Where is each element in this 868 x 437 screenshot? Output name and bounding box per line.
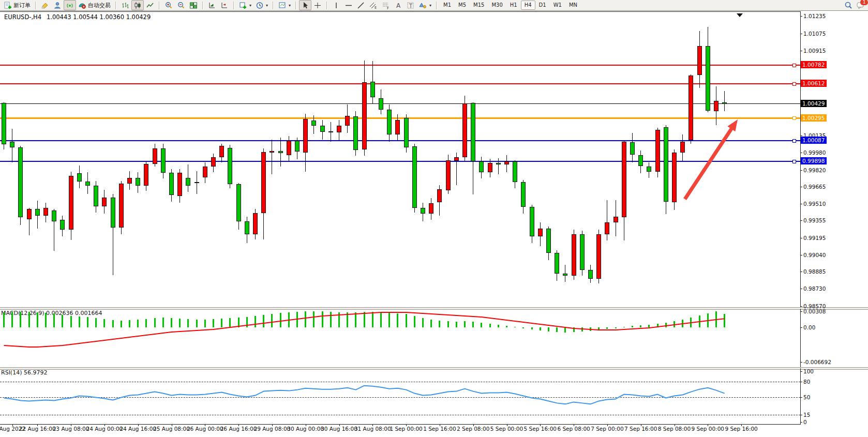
price-tick-label[interactable]: 1.00915 [803, 48, 826, 54]
time-label[interactable]: 5 Sep 16:00 [524, 426, 557, 432]
time-label[interactable]: 26 Aug 16:00 [220, 426, 257, 432]
time-label[interactable]: 2 Sep 08:00 [457, 426, 489, 432]
time-label[interactable]: 30 Aug 16:00 [321, 426, 357, 432]
level-line-1.00782[interactable] [0, 65, 800, 66]
vline-button[interactable] [330, 0, 342, 10]
bars-icon [121, 2, 129, 9]
timeframe-d1[interactable]: D1 [535, 1, 550, 10]
fibonacci-button[interactable]: F [380, 0, 392, 10]
price-tick-label[interactable]: 1.01075 [803, 31, 826, 37]
bar-chart-button[interactable] [119, 0, 131, 10]
shapes-button[interactable]: ▾ [417, 0, 433, 10]
time-label[interactable]: 24 Aug 00:00 [86, 426, 123, 432]
price-tick-label[interactable]: 0.99195 [803, 235, 826, 241]
chevron-down-icon[interactable]: ▾ [289, 3, 291, 8]
add-indicator-button[interactable]: ▾ [237, 0, 253, 10]
time-label[interactable]: 26 Aug 00:00 [187, 426, 223, 432]
new-order-button[interactable]: 新订单 [2, 0, 33, 10]
chevron-down-icon[interactable]: ▾ [429, 3, 431, 8]
template-button[interactable]: ▾ [276, 0, 293, 10]
label-button[interactable]: T [405, 0, 417, 10]
level-line-1.00295[interactable] [0, 117, 800, 119]
price-tick-label[interactable]: 0.99510 [803, 201, 826, 207]
level-line-1.00612[interactable] [0, 83, 800, 84]
timeframe-h1[interactable]: H1 [506, 1, 521, 10]
time-label[interactable]: 8 Sep 08:00 [658, 426, 691, 432]
autotrade-button[interactable]: 自动交易 [76, 0, 113, 10]
time-label[interactable]: 1 Sep 00:00 [390, 426, 422, 432]
timeframe-mn[interactable]: MN [565, 1, 581, 10]
panel-separator[interactable] [0, 307, 868, 310]
price-tick-label[interactable]: 1.01235 [803, 13, 826, 19]
time-label[interactable]: 29 Aug 08:00 [253, 426, 290, 432]
text-button[interactable]: A [392, 0, 405, 10]
price-tick-label[interactable]: 0.98730 [803, 285, 826, 292]
time-label[interactable]: 22 Aug 16:00 [19, 426, 56, 432]
timeframe-w1[interactable]: W1 [550, 1, 565, 10]
chart-area[interactable]: EURUSD-,H41.00443 1.00544 1.00360 1.0042… [0, 11, 868, 437]
trendline-button[interactable] [355, 0, 367, 10]
time-label[interactable]: 31 Aug 08:00 [354, 426, 391, 432]
price-tick-mark [800, 153, 802, 153]
candle-down [353, 116, 358, 150]
time-label[interactable]: 1 Sep 16:00 [423, 426, 456, 432]
zoom-in-button[interactable] [162, 0, 175, 10]
candle-down [52, 210, 56, 221]
price-tick-label[interactable]: 0.99980 [803, 149, 826, 156]
panel-separator[interactable] [0, 367, 868, 370]
notifications-icon[interactable]: 1 [857, 2, 865, 9]
price-tick-label[interactable]: 0.99820 [803, 167, 826, 173]
highlighter-button[interactable] [39, 0, 51, 10]
time-label[interactable]: 7 Sep 00:00 [591, 426, 623, 432]
candle-down [479, 161, 484, 172]
time-label[interactable]: 23 Aug 08:00 [53, 426, 89, 432]
search-icon[interactable] [844, 2, 852, 9]
hline-icon [345, 2, 353, 9]
channel-button[interactable]: E [367, 0, 380, 10]
auto-scroll-button[interactable] [206, 0, 218, 10]
zoom-out-button[interactable] [175, 0, 187, 10]
timeframe-m30[interactable]: M30 [488, 1, 506, 10]
shift-chart-button[interactable] [218, 0, 231, 10]
time-label[interactable]: 5 Sep 00:00 [490, 426, 523, 432]
timeframe-m5[interactable]: M5 [455, 1, 470, 10]
candle-up [177, 173, 182, 196]
time-label[interactable]: 24 Aug 16:00 [119, 426, 156, 432]
line-chart-button[interactable] [144, 0, 156, 10]
toolbar-divider [326, 2, 327, 9]
macd-histogram-bar [62, 315, 63, 327]
macd-histogram-bar [53, 313, 55, 327]
shift-marker-icon[interactable] [737, 13, 743, 17]
timeframe-h4[interactable]: H4 [521, 1, 535, 10]
timeframe-m15[interactable]: M15 [470, 1, 488, 10]
price-tick-label[interactable]: 0.98885 [803, 268, 826, 275]
time-label[interactable]: 7 Sep 16:00 [624, 426, 657, 432]
macd-histogram-bar [439, 321, 440, 327]
cursor-button[interactable] [299, 0, 311, 10]
chevron-down-icon[interactable]: ▾ [249, 3, 251, 8]
time-label[interactable]: 9 Sep 00:00 [692, 426, 724, 432]
time-label[interactable]: 6 Sep 08:00 [557, 426, 590, 432]
price-tick-mark [800, 272, 802, 272]
toolbar-divider [436, 2, 437, 9]
candle-chart-button[interactable] [131, 0, 144, 10]
tile-windows-button[interactable] [187, 0, 200, 10]
time-label[interactable]: 30 Aug 00:00 [287, 426, 324, 432]
chevron-down-icon[interactable]: ▾ [266, 3, 268, 8]
price-axis-line [800, 309, 801, 367]
time-label[interactable]: 9 Sep 16:00 [725, 426, 757, 432]
profile-button[interactable] [51, 0, 64, 10]
crosshair-button[interactable] [311, 0, 324, 10]
indicator-overlay [0, 11, 868, 437]
price-tick-label[interactable]: 0.99040 [803, 252, 826, 258]
level-line-1.00429[interactable] [0, 103, 800, 104]
period-button[interactable]: ▾ [253, 0, 270, 10]
hline-button[interactable] [342, 0, 355, 10]
signals-button[interactable] [64, 0, 76, 10]
timeframe-m1[interactable]: M1 [440, 1, 455, 10]
candle-up [261, 152, 266, 213]
time-label[interactable]: 25 Aug 08:00 [153, 426, 190, 432]
price-tick-label[interactable]: 0.99665 [803, 184, 826, 190]
level-line-0.99898[interactable] [0, 161, 800, 162]
price-tick-label[interactable]: 0.99355 [803, 217, 826, 223]
